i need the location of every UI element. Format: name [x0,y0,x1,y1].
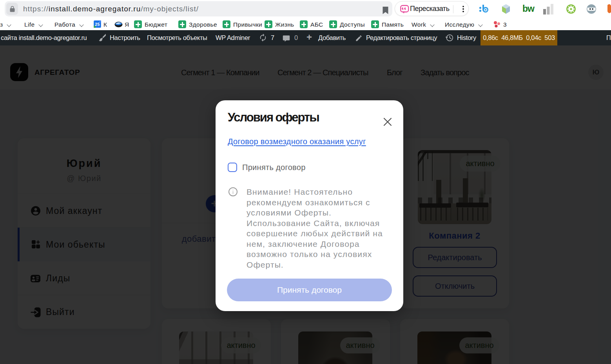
svg-text:25: 25 [95,22,100,27]
